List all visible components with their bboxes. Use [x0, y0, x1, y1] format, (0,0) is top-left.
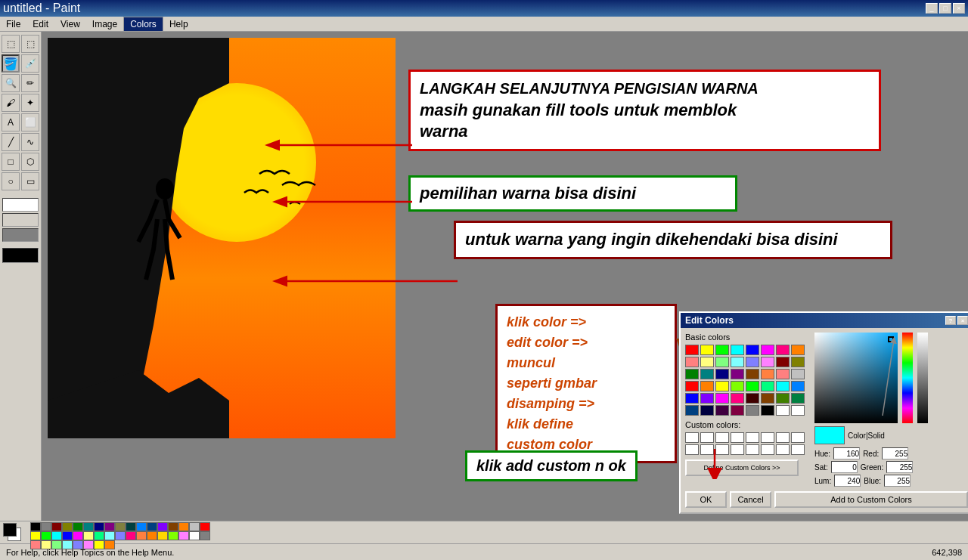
basic-color-swatch[interactable] [715, 369, 729, 379]
sat-input[interactable] [831, 461, 858, 473]
rrect-tool[interactable]: ▭ [21, 172, 39, 190]
stroke-style-1[interactable] [2, 198, 39, 212]
menu-edit[interactable]: Edit [26, 17, 54, 31]
basic-color-swatch[interactable] [791, 357, 805, 367]
palette-swatch[interactable] [83, 522, 94, 531]
palette-swatch[interactable] [115, 522, 126, 531]
poly-tool[interactable]: ⬡ [21, 153, 39, 171]
custom-color-swatch[interactable] [761, 444, 774, 455]
fg-color-indicator[interactable] [2, 248, 39, 263]
basic-color-swatch[interactable] [761, 393, 774, 404]
palette-swatch[interactable] [51, 522, 62, 531]
menu-view[interactable]: View [54, 17, 86, 31]
basic-color-swatch[interactable] [791, 345, 805, 355]
define-custom-colors-button[interactable]: Define Custom Colors >> [685, 459, 799, 476]
palette-swatch[interactable] [94, 531, 104, 540]
basic-color-swatch[interactable] [715, 345, 729, 355]
custom-color-swatch[interactable] [761, 432, 774, 443]
custom-color-swatch[interactable] [731, 432, 744, 443]
custom-color-swatch[interactable] [791, 444, 805, 455]
palette-swatch[interactable] [126, 522, 136, 531]
palette-swatch[interactable] [189, 522, 200, 531]
basic-color-swatch[interactable] [791, 381, 805, 391]
minimize-button[interactable]: _ [926, 3, 938, 14]
palette-swatch[interactable] [51, 531, 62, 540]
maximize-button[interactable]: □ [939, 3, 951, 14]
basic-color-swatch[interactable] [715, 393, 729, 404]
zoom-tool[interactable]: 🔍 [2, 74, 20, 92]
text-tool[interactable]: A [2, 113, 20, 131]
custom-color-swatch[interactable] [746, 432, 759, 443]
basic-color-swatch[interactable] [776, 357, 790, 367]
menu-image[interactable]: Image [86, 17, 123, 31]
palette-swatch[interactable] [189, 531, 200, 540]
custom-color-swatch[interactable] [715, 444, 729, 455]
close-button[interactable]: × [953, 3, 965, 14]
palette-swatch[interactable] [136, 531, 147, 540]
basic-color-swatch[interactable] [685, 405, 699, 416]
custom-color-swatch[interactable] [700, 432, 714, 443]
stroke-style-2[interactable] [2, 213, 39, 227]
custom-color-swatch[interactable] [776, 432, 790, 443]
blue-input[interactable] [884, 475, 911, 487]
dialog-close-button[interactable]: × [957, 316, 968, 325]
basic-color-swatch[interactable] [746, 393, 759, 404]
basic-color-swatch[interactable] [761, 357, 774, 367]
basic-color-swatch[interactable] [685, 393, 699, 404]
brush-tool[interactable]: 🖌 [2, 94, 20, 112]
ellipse-tool[interactable]: ○ [2, 172, 20, 190]
red-input[interactable] [882, 447, 908, 459]
palette-swatch[interactable] [115, 531, 126, 540]
basic-color-swatch[interactable] [761, 369, 774, 379]
basic-color-swatch[interactable] [776, 393, 790, 404]
basic-color-swatch[interactable] [700, 345, 714, 355]
menu-colors[interactable]: Colors [123, 17, 163, 32]
hue-bar[interactable] [902, 333, 913, 423]
custom-color-swatch[interactable] [700, 444, 714, 455]
fg-color-box[interactable] [3, 523, 17, 537]
menu-file[interactable]: File [0, 17, 26, 31]
basic-color-swatch[interactable] [776, 369, 790, 379]
custom-color-swatch[interactable] [715, 432, 729, 443]
curve-tool[interactable]: ∿ [21, 133, 39, 151]
paint-canvas[interactable] [48, 38, 396, 438]
palette-swatch[interactable] [30, 522, 41, 531]
basic-color-swatch[interactable] [700, 369, 714, 379]
basic-color-swatch[interactable] [746, 357, 759, 367]
basic-color-swatch[interactable] [746, 369, 759, 379]
palette-swatch[interactable] [200, 522, 210, 531]
basic-color-swatch[interactable] [685, 345, 699, 355]
basic-color-swatch[interactable] [715, 381, 729, 391]
basic-color-swatch[interactable] [746, 381, 759, 391]
basic-color-swatch[interactable] [761, 345, 774, 355]
basic-color-swatch[interactable] [685, 357, 699, 367]
palette-swatch[interactable] [157, 522, 168, 531]
basic-color-swatch[interactable] [700, 393, 714, 404]
palette-swatch[interactable] [200, 531, 210, 540]
basic-color-swatch[interactable] [685, 369, 699, 379]
basic-color-swatch[interactable] [731, 369, 744, 379]
palette-swatch[interactable] [41, 522, 51, 531]
add-to-custom-button[interactable]: Add to Custom Colors [774, 491, 968, 508]
eraser-tool[interactable]: ⬜ [21, 113, 39, 131]
custom-color-swatch[interactable] [685, 432, 699, 443]
basic-color-swatch[interactable] [731, 381, 744, 391]
basic-color-swatch[interactable] [791, 369, 805, 379]
custom-color-swatch[interactable] [685, 444, 699, 455]
palette-swatch[interactable] [168, 531, 178, 540]
basic-color-swatch[interactable] [715, 357, 729, 367]
custom-color-swatch[interactable] [791, 432, 805, 443]
palette-swatch[interactable] [62, 522, 73, 531]
pencil-tool[interactable]: ✏ [21, 74, 39, 92]
palette-swatch[interactable] [83, 531, 94, 540]
menu-help[interactable]: Help [163, 17, 194, 31]
palette-swatch[interactable] [30, 531, 41, 540]
ok-button[interactable]: OK [685, 491, 727, 508]
basic-color-swatch[interactable] [761, 405, 774, 416]
palette-swatch[interactable] [104, 522, 115, 531]
line-tool[interactable]: ╱ [2, 133, 20, 151]
palette-swatch[interactable] [157, 531, 168, 540]
fill-tool[interactable]: 🪣 [2, 54, 20, 73]
green-input[interactable] [886, 461, 913, 473]
basic-color-swatch[interactable] [715, 405, 729, 416]
